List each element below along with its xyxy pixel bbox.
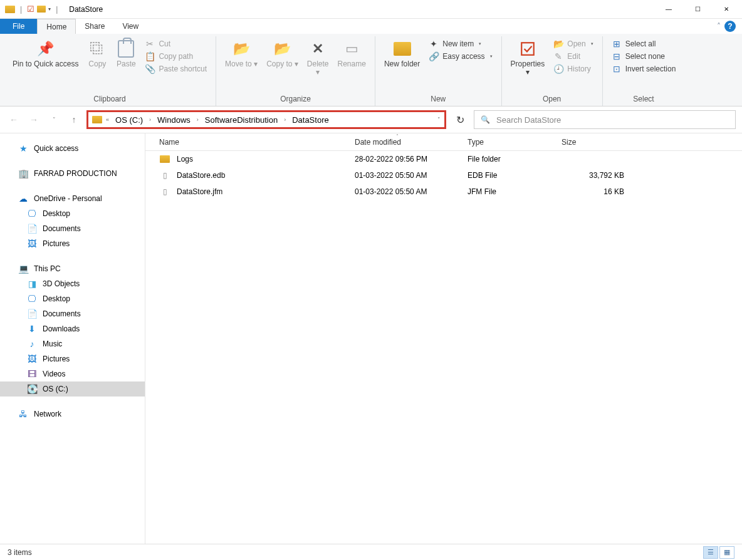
window-controls: — ☐ ✕ xyxy=(654,0,741,19)
pin-quick-access-button[interactable]: 📌 Pin to Quick access xyxy=(9,36,82,71)
column-size[interactable]: Size xyxy=(555,133,630,150)
tab-home[interactable]: Home xyxy=(37,19,76,34)
easy-access-button[interactable]: 🔗Easy access▾ xyxy=(425,50,496,63)
breadcrumb-3[interactable]: DataStore xyxy=(290,115,332,125)
column-date[interactable]: Date modified xyxy=(348,133,461,150)
copy-to-button[interactable]: 📂 Copy to ▾ xyxy=(263,36,302,71)
move-to-button[interactable]: 📂 Move to ▾ xyxy=(221,36,261,71)
tab-share[interactable]: Share xyxy=(76,19,113,34)
recent-locations-button[interactable]: ˅ xyxy=(46,112,61,127)
sidebar-farrad[interactable]: 🏢FARRAD PRODUCTION xyxy=(0,166,145,181)
ribbon-group-new: New folder ✦New item▾ 🔗Easy access▾ New xyxy=(375,36,502,106)
copy-button[interactable]: ⿻ Copy xyxy=(83,36,111,71)
status-item-count: 3 items xyxy=(8,548,32,557)
sidebar-onedrive-documents[interactable]: 📄Documents xyxy=(0,221,145,236)
edit-button[interactable]: ✎Edit xyxy=(550,50,597,63)
invert-selection-icon: ⊡ xyxy=(612,64,622,74)
sidebar-downloads[interactable]: ⬇Downloads xyxy=(0,321,145,336)
column-type[interactable]: Type xyxy=(461,133,555,150)
column-name[interactable]: Name xyxy=(145,133,348,150)
new-folder-button[interactable]: New folder xyxy=(380,36,424,71)
address-folder-icon xyxy=(92,116,102,123)
up-button[interactable]: ↑ xyxy=(66,112,81,127)
drive-icon: 💽 xyxy=(26,384,38,394)
view-switcher: ☰ ▦ xyxy=(703,546,734,559)
history-icon: 🕘 xyxy=(553,64,563,74)
sidebar-videos[interactable]: 🎞Videos xyxy=(0,366,145,381)
sidebar-this-pc[interactable]: 💻This PC xyxy=(0,261,145,276)
tab-file[interactable]: File xyxy=(0,19,37,34)
open-button[interactable]: 📂Open▾ xyxy=(550,38,597,50)
rename-button[interactable]: ▭ Rename xyxy=(334,36,370,71)
properties-button[interactable]: Properties▾ xyxy=(507,36,549,79)
paste-shortcut-icon: 📎 xyxy=(145,64,155,74)
sidebar-3d-objects[interactable]: ◨3D Objects xyxy=(0,276,145,291)
address-history-dropdown-icon[interactable]: ˅ xyxy=(437,117,441,123)
tab-view[interactable]: View xyxy=(113,19,147,34)
star-icon: ★ xyxy=(18,143,29,153)
quick-access-toolbar: | ☑ ▾ | xyxy=(1,4,60,14)
breadcrumb-0[interactable]: OS (C:) xyxy=(113,115,145,125)
invert-selection-button[interactable]: ⊡Invert selection xyxy=(608,63,680,75)
select-all-button[interactable]: ⊞Select all xyxy=(608,38,680,50)
properties-qat-icon[interactable]: ☑ xyxy=(27,4,34,14)
chevron-right-icon[interactable]: › xyxy=(149,117,151,123)
breadcrumb-1[interactable]: Windows xyxy=(155,115,193,125)
sidebar-onedrive-pictures[interactable]: 🖼Pictures xyxy=(0,236,145,251)
paste-shortcut-button[interactable]: 📎Paste shortcut xyxy=(141,63,211,75)
delete-icon: ✕ xyxy=(308,39,328,59)
ribbon-group-open: Properties▾ 📂Open▾ ✎Edit 🕘History Open xyxy=(502,36,603,106)
address-bar[interactable]: « OS (C:) › Windows › SoftwareDistributi… xyxy=(86,110,446,129)
thumbnails-view-button[interactable]: ▦ xyxy=(719,546,734,559)
back-button[interactable]: ← xyxy=(6,112,21,127)
refresh-button[interactable]: ↻ xyxy=(451,111,469,128)
new-folder-qat-icon[interactable] xyxy=(37,6,46,13)
file-row[interactable]: ▯DataStore.edb 01-03-2022 05:50 AM EDB F… xyxy=(145,167,742,184)
app-folder-icon xyxy=(5,6,15,13)
sidebar-pictures[interactable]: 🖼Pictures xyxy=(0,351,145,366)
collapse-ribbon-icon[interactable]: ˄ xyxy=(717,22,721,31)
select-none-button[interactable]: ⊟Select none xyxy=(608,50,680,63)
easy-access-icon: 🔗 xyxy=(429,51,439,61)
desktop-icon: 🖵 xyxy=(26,209,38,219)
status-bar: 3 items ☰ ▦ xyxy=(0,544,742,560)
breadcrumb-overflow-icon[interactable]: « xyxy=(106,117,109,123)
delete-button[interactable]: ✕ Delete▾ xyxy=(303,36,333,79)
history-button[interactable]: 🕘History xyxy=(550,63,597,75)
sidebar-os-c[interactable]: 💽OS (C:) xyxy=(0,381,145,397)
sidebar-documents[interactable]: 📄Documents xyxy=(0,306,145,321)
title-bar: | ☑ ▾ | DataStore — ☐ ✕ xyxy=(0,0,742,19)
details-view-button[interactable]: ☰ xyxy=(703,546,718,559)
new-folder-icon xyxy=(392,39,412,59)
sidebar-desktop[interactable]: 🖵Desktop xyxy=(0,291,145,306)
sidebar-onedrive[interactable]: ☁OneDrive - Personal xyxy=(0,191,145,206)
sidebar-network[interactable]: 🖧Network xyxy=(0,407,145,422)
file-row[interactable]: Logs 28-02-2022 09:56 PM File folder xyxy=(145,151,742,167)
sidebar-quick-access[interactable]: ★Quick access xyxy=(0,141,145,156)
qat-separator: | xyxy=(20,5,22,14)
paste-button[interactable]: Paste xyxy=(112,36,140,71)
qat-dropdown-icon[interactable]: ▾ xyxy=(48,6,51,12)
cut-icon: ✂ xyxy=(145,39,155,49)
sidebar-onedrive-desktop[interactable]: 🖵Desktop xyxy=(0,206,145,221)
sidebar-music[interactable]: ♪Music xyxy=(0,336,145,351)
copy-path-button[interactable]: 📋Copy path xyxy=(141,50,211,63)
forward-button[interactable]: → xyxy=(26,112,41,127)
cloud-icon: ☁ xyxy=(18,194,29,204)
file-row[interactable]: ▯DataStore.jfm 01-03-2022 05:50 AM JFM F… xyxy=(145,184,742,200)
maximize-button[interactable]: ☐ xyxy=(683,0,712,19)
cut-button[interactable]: ✂Cut xyxy=(141,38,211,50)
chevron-right-icon[interactable]: › xyxy=(284,117,286,123)
qat-separator-2: | xyxy=(56,5,58,14)
chevron-right-icon[interactable]: › xyxy=(197,117,199,123)
documents-icon: 📄 xyxy=(26,309,38,319)
breadcrumb-2[interactable]: SoftwareDistribution xyxy=(202,115,280,125)
downloads-icon: ⬇ xyxy=(26,324,38,334)
minimize-button[interactable]: — xyxy=(654,0,683,19)
search-input[interactable] xyxy=(496,115,729,125)
new-item-button[interactable]: ✦New item▾ xyxy=(425,38,496,50)
pictures-icon: 🖼 xyxy=(26,354,38,364)
search-box[interactable]: 🔍 xyxy=(474,110,736,129)
help-icon[interactable]: ? xyxy=(724,21,736,32)
close-button[interactable]: ✕ xyxy=(712,0,741,19)
